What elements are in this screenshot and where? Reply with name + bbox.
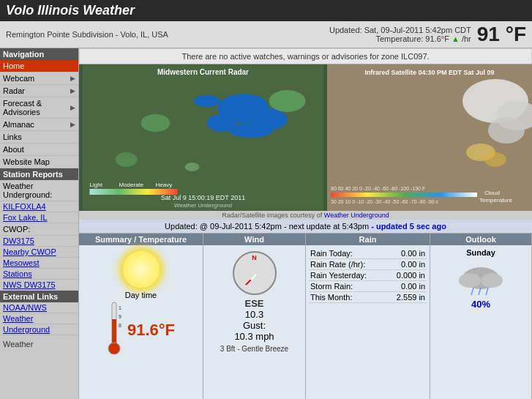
- svg-point-6: [269, 90, 306, 112]
- nav-home[interactable]: Home: [0, 60, 78, 72]
- temp-section: Updated: Sat, 09-Jul-2011 5:42pm CDT Tem…: [329, 23, 526, 46]
- content-area: There are no active watches, warnings or…: [79, 48, 532, 399]
- rain-row-month: This Month: 2.559 in: [309, 292, 427, 303]
- nav-almanac[interactable]: Almanac ▶: [0, 119, 78, 131]
- wind-speed: 10.3: [206, 309, 302, 320]
- nav-radar[interactable]: Radar ▶: [0, 85, 78, 97]
- rain-header: Rain: [306, 234, 430, 245]
- location-label: Remington Pointe Subdivision - Volo, IL,…: [6, 30, 168, 39]
- temp-value: 91.6°F: [127, 321, 175, 340]
- attribution-bar: Radar/Satellite images courtesy of Weath…: [79, 211, 532, 220]
- svg-text:Moderate: Moderate: [119, 182, 144, 188]
- svg-point-38: [459, 273, 481, 288]
- attribution-link[interactable]: Weather Underground: [324, 212, 389, 219]
- sun-icon: [123, 251, 160, 288]
- svg-point-8: [116, 152, 138, 167]
- summary-content: Day time 100 90 80 91.6°F: [79, 245, 203, 362]
- rain-rate-value: 0.00 in: [401, 260, 425, 269]
- station-nearby-cwop[interactable]: Nearby CWOP: [0, 247, 78, 258]
- day-label: Day time: [82, 291, 200, 299]
- link-noaa-nws[interactable]: NOAA/NWS: [0, 302, 78, 313]
- rain-column: Rain Rain Today: 0.00 in Rain Rate (/hr)…: [306, 234, 430, 399]
- subheader: Remington Pointe Subdivision - Volo, IL,…: [0, 21, 532, 48]
- alert-bar: There are no active watches, warnings or…: [79, 48, 532, 64]
- satellite-map: Infrared Satellite 04:30 PM EDT Sat Jul …: [327, 64, 532, 211]
- rain-today-value: 0.00 in: [401, 249, 425, 258]
- data-panel-body: Summary / Temperature Day time 100 90: [79, 234, 532, 399]
- compass-icon: N: [233, 251, 277, 295]
- svg-text:80  60  40  20    0  -20 -40 -: 80 60 40 20 0 -20 -40 -60 -80 -100 -130 …: [331, 186, 425, 191]
- compass-north: N: [252, 254, 257, 261]
- svg-text:Temperature: Temperature: [479, 197, 512, 204]
- arrow-icon: ▶: [70, 104, 75, 111]
- svg-text:Sat Jul 9 15:00:19 EDT 2011: Sat Jul 9 15:00:19 EDT 2011: [161, 194, 245, 201]
- sidebar-footer: Weather: [0, 338, 78, 350]
- nav-links[interactable]: Links: [0, 131, 78, 143]
- nav-about[interactable]: About: [0, 143, 78, 156]
- station-stations[interactable]: Stations: [0, 269, 78, 280]
- outlook-header: Outlook: [430, 234, 531, 245]
- link-underground[interactable]: Underground: [0, 324, 78, 335]
- svg-point-5: [194, 95, 220, 107]
- satellite-svg: Infrared Satellite 04:30 PM EDT Sat Jul …: [327, 64, 532, 211]
- nav-section-title: Navigation: [0, 48, 78, 60]
- svg-text:Infrared Satellite 04:30 PM ED: Infrared Satellite 04:30 PM EDT Sat Jul …: [364, 69, 494, 76]
- svg-rect-12: [90, 189, 178, 195]
- station-nws-dw3175[interactable]: NWS DW3175: [0, 280, 78, 291]
- temperature-detail: Temperature: 91.6°F ▲ /hr: [329, 34, 471, 43]
- site-title: Volo Illinois Weather: [6, 3, 526, 18]
- svg-rect-32: [112, 319, 116, 346]
- trend-icon: ▲: [452, 34, 460, 43]
- wind-content: N ESE 10.3 Gust: 10.3 mph 3 Bft - Gentle…: [203, 245, 305, 356]
- svg-rect-26: [331, 193, 477, 197]
- rain-month-label: This Month:: [310, 293, 352, 302]
- svg-point-9: [185, 163, 200, 171]
- rain-yesterday-label: Rain Yesterday:: [310, 271, 367, 280]
- link-weather[interactable]: Weather: [0, 313, 78, 324]
- svg-line-40: [471, 288, 473, 295]
- station-section-title: Station Reports: [0, 168, 78, 180]
- svg-text:90: 90: [119, 314, 121, 319]
- wind-description: 3 Bft - Gentle Breeze: [206, 345, 302, 353]
- wind-gust-value: 10.3 mph: [206, 331, 302, 342]
- summary-header: Summary / Temperature: [79, 234, 203, 245]
- arrow-icon: ▶: [70, 121, 75, 128]
- main-layout: Navigation Home Webcam ▶ Radar ▶ Forecas…: [0, 48, 532, 399]
- nav-forecast[interactable]: Forecast & Advisories ▶: [0, 97, 78, 119]
- station-dw3175[interactable]: DW3175: [0, 236, 78, 247]
- nav-webcam[interactable]: Webcam ▶: [0, 72, 78, 85]
- update-text: Updated: @ 09-Jul-2011 5:42pm - next upd…: [165, 222, 371, 231]
- svg-line-42: [486, 288, 488, 295]
- wind-gust-label: Gust:: [243, 320, 266, 331]
- svg-text:30 20 10 0 -10 -20 -30 -40 -50: 30 20 10 0 -10 -20 -30 -40 -50 -60 -70 -…: [331, 199, 439, 204]
- outlook-content: Sunday 40%: [430, 245, 531, 313]
- wind-header: Wind: [203, 234, 305, 245]
- rain-storm-label: Storm Rain:: [310, 282, 353, 291]
- svg-text:Midwestern Current Radar: Midwestern Current Radar: [157, 68, 249, 76]
- svg-point-22: [488, 117, 525, 143]
- rain-rate-label: Rain Rate (/hr):: [310, 260, 365, 269]
- rain-row-storm: Storm Rain: 0.00 in: [309, 281, 427, 292]
- data-panel: Updated: @ 09-Jul-2011 5:42pm - next upd…: [79, 220, 532, 399]
- svg-text:Cloud: Cloud: [484, 190, 500, 196]
- svg-text:80: 80: [119, 323, 121, 328]
- svg-text:Weather Underground: Weather Underground: [174, 202, 232, 209]
- wind-column: Wind N ESE 10.3 Gust: 10.3 mph 3 Bft - G: [203, 234, 306, 399]
- compass-needle: [245, 274, 257, 286]
- outlook-weather-icon: [455, 260, 506, 297]
- svg-text:Light: Light: [90, 182, 103, 188]
- station-fox-lake[interactable]: Fox Lake, IL: [0, 212, 78, 223]
- map-area: Sat Jul 9 15:00:19 EDT 2011 Light Modera…: [79, 64, 532, 211]
- data-panel-header: Updated: @ 09-Jul-2011 5:42pm - next upd…: [79, 220, 532, 234]
- station-kilfoxla4[interactable]: KILFOXLA4: [0, 201, 78, 212]
- outlook-column: Outlook Sunday 40%: [430, 234, 532, 399]
- outlook-percent: 40%: [433, 299, 528, 310]
- station-mesowest[interactable]: Mesowest: [0, 258, 78, 269]
- rain-row-rate: Rain Rate (/hr): 0.00 in: [309, 259, 427, 270]
- attribution-text: Radar/Satellite images courtesy of: [222, 212, 324, 219]
- outlook-day: Sunday: [433, 248, 528, 257]
- radar-svg: Sat Jul 9 15:00:19 EDT 2011 Light Modera…: [79, 64, 327, 211]
- rain-content: Rain Today: 0.00 in Rain Rate (/hr): 0.0…: [306, 245, 430, 306]
- svg-point-4: [229, 123, 273, 138]
- nav-website-map[interactable]: Website Map: [0, 156, 78, 168]
